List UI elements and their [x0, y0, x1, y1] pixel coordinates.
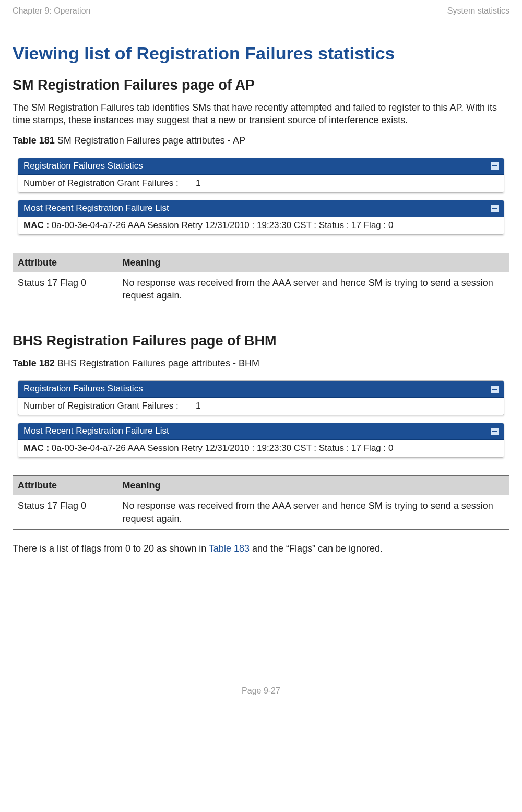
panel-header: Most Recent Registration Failure List: [18, 423, 504, 440]
header-right: System statistics: [447, 5, 509, 17]
table182-caption-bold: Table 182: [13, 358, 55, 368]
table-header-row: Attribute Meaning: [13, 475, 509, 495]
panel-body: MAC : 0a-00-3e-04-a7-26 AAA Session Retr…: [18, 440, 504, 457]
table-row: Status 17 Flag 0 No response was receive…: [13, 272, 509, 306]
panel-body: MAC : 0a-00-3e-04-a7-26 AAA Session Retr…: [18, 217, 504, 234]
table181: Attribute Meaning Status 17 Flag 0 No re…: [13, 253, 509, 307]
header-left: Chapter 9: Operation: [13, 5, 90, 17]
cell-attribute: Status 17 Flag 0: [13, 495, 117, 530]
collapse-icon[interactable]: [491, 205, 499, 212]
col-meaning: Meaning: [117, 475, 509, 495]
panel-recent-failure-list: Most Recent Registration Failure List MA…: [18, 200, 504, 235]
collapse-icon[interactable]: [491, 386, 499, 393]
closing-pre: There is a list of flags from 0 to 20 as…: [13, 543, 209, 554]
section1-intro: The SM Registration Failures tab identif…: [13, 101, 509, 127]
grant-failures-label: Number of Registration Grant Failures :: [23, 400, 196, 412]
panel-title: Most Recent Registration Failure List: [23, 425, 169, 437]
table183-link[interactable]: Table 183: [209, 543, 250, 554]
screenshot-bhs-bhm: Registration Failures Statistics Number …: [13, 374, 509, 473]
panel-body: Number of Registration Grant Failures : …: [18, 398, 504, 415]
page-header: Chapter 9: Operation System statistics: [13, 5, 509, 17]
panel-header: Registration Failures Statistics: [18, 158, 504, 175]
panel-header: Registration Failures Statistics: [18, 381, 504, 398]
mac-entry: 0a-00-3e-04-a7-26 AAA Session Retry 12/3…: [49, 220, 393, 230]
cell-meaning: No response was received from the AAA se…: [117, 495, 509, 530]
page-number: Page 9-27: [13, 685, 509, 697]
col-attribute: Attribute: [13, 253, 117, 272]
closing-paragraph: There is a list of flags from 0 to 20 as…: [13, 542, 509, 555]
grant-failures-label: Number of Registration Grant Failures :: [23, 177, 196, 189]
col-attribute: Attribute: [13, 475, 117, 495]
table-row: Status 17 Flag 0 No response was receive…: [13, 495, 509, 530]
divider: [13, 149, 509, 149]
screenshot-sm-ap: Registration Failures Statistics Number …: [13, 151, 509, 250]
divider: [13, 372, 509, 372]
panel-header: Most Recent Registration Failure List: [18, 200, 504, 217]
table182-caption: Table 182 BHS Registration Failures page…: [13, 357, 509, 369]
col-meaning: Meaning: [117, 253, 509, 272]
collapse-icon[interactable]: [491, 428, 499, 435]
panel-reg-failures-stats: Registration Failures Statistics Number …: [18, 380, 504, 415]
cell-attribute: Status 17 Flag 0: [13, 272, 117, 306]
mac-prefix: MAC :: [23, 443, 49, 453]
collapse-icon[interactable]: [491, 162, 499, 170]
panel-reg-failures-stats: Registration Failures Statistics Number …: [18, 158, 504, 193]
panel-recent-failure-list: Most Recent Registration Failure List MA…: [18, 423, 504, 458]
panel-title: Registration Failures Statistics: [23, 383, 143, 395]
table181-caption: Table 181 SM Registration Failures page …: [13, 134, 509, 147]
table-header-row: Attribute Meaning: [13, 253, 509, 272]
section-heading-bhs-bhm: BHS Registration Failures page of BHM: [13, 331, 509, 350]
panel-body: Number of Registration Grant Failures : …: [18, 175, 504, 192]
page-title: Viewing list of Registration Failures st…: [13, 42, 509, 66]
grant-failures-value: 1: [196, 400, 200, 412]
table181-caption-bold: Table 181: [13, 135, 55, 146]
mac-entry: 0a-00-3e-04-a7-26 AAA Session Retry 12/3…: [49, 443, 393, 453]
section-heading-sm-ap: SM Registration Failures page of AP: [13, 76, 509, 94]
panel-title: Registration Failures Statistics: [23, 160, 143, 172]
grant-failures-value: 1: [196, 177, 200, 189]
table182-caption-rest: BHS Registration Failures page attribute…: [55, 358, 259, 368]
closing-post: and the “Flags” can be ignored.: [250, 543, 383, 554]
panel-title: Most Recent Registration Failure List: [23, 202, 169, 214]
table182: Attribute Meaning Status 17 Flag 0 No re…: [13, 475, 509, 530]
cell-meaning: No response was received from the AAA se…: [117, 272, 509, 306]
table181-caption-rest: SM Registration Failures page attributes…: [55, 135, 245, 146]
mac-prefix: MAC :: [23, 220, 49, 230]
